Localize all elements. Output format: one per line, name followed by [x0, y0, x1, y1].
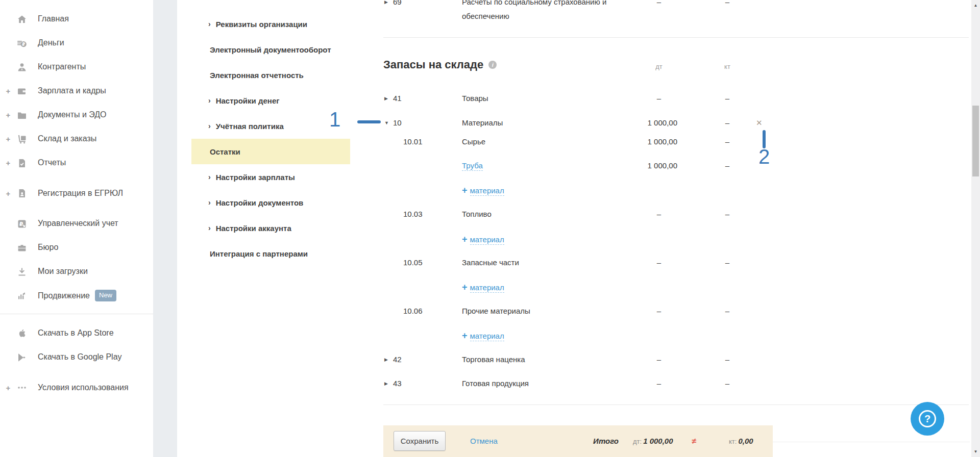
- svg-text:₽: ₽: [22, 41, 25, 46]
- sidebar-item-app-store[interactable]: Скачать в App Store: [0, 321, 153, 345]
- menu-item-accounting-policy[interactable]: ›Учётная политика: [191, 113, 350, 139]
- info-icon[interactable]: i: [488, 61, 497, 69]
- footer-bar: Сохранить Отмена Итого дт:1 000,00 ≠ кт:…: [383, 425, 773, 457]
- menu-item-balances[interactable]: Остатки: [191, 139, 350, 164]
- downloads-icon: [15, 266, 29, 277]
- google-play-icon: [15, 352, 29, 363]
- save-button[interactable]: Сохранить: [394, 431, 446, 451]
- sidebar-item-terms[interactable]: + Условия использования: [0, 369, 153, 406]
- sidebar-item-registration[interactable]: + Регистрация в ЕГРЮЛ: [0, 175, 153, 212]
- chevron-right-icon: ›: [208, 173, 211, 181]
- menu-item-document-settings[interactable]: ›Настройки документов: [191, 190, 350, 215]
- account-name: обеспечению: [462, 10, 509, 23]
- scroll-down-icon[interactable]: ▼: [971, 449, 980, 454]
- sidebar-item-bureau[interactable]: Бюро: [0, 236, 153, 260]
- sidebar-item-money[interactable]: ₽ Деньги: [0, 31, 153, 55]
- annotation-step-1: 1: [329, 108, 340, 131]
- kt-value: –: [710, 159, 745, 172]
- money-icon: ₽: [15, 38, 29, 49]
- sidebar-item-label: Контрагенты: [38, 62, 135, 72]
- sidebar-item-management[interactable]: ₽ Управленческий учет: [0, 212, 153, 236]
- dt-value: 1 000,00: [641, 135, 677, 148]
- documents-icon: [15, 110, 29, 121]
- scrollbar-thumb[interactable]: [972, 106, 979, 176]
- dt-value: 1 000,00: [641, 159, 677, 172]
- menu-item-salary-settings[interactable]: ›Настройки зарплаты: [191, 164, 350, 190]
- expand-icon[interactable]: ▶: [384, 0, 388, 9]
- table-row-10-05: 10.05 Запасные части – –: [383, 256, 773, 269]
- account-code: 69: [393, 0, 402, 9]
- table-row-43: ▶ 43 Готовая продукция – –: [383, 377, 773, 390]
- table-row-10-03: 10.03 Топливо – –: [383, 208, 773, 221]
- vertical-scrollbar[interactable]: ▲ ▼: [971, 0, 980, 457]
- apple-icon: [15, 328, 29, 339]
- menu-item-money-settings[interactable]: ›Настройки денег: [191, 88, 350, 113]
- expand-icon[interactable]: ▶: [384, 353, 388, 366]
- add-material-link[interactable]: +материал: [462, 233, 504, 246]
- dt-value: –: [641, 304, 677, 318]
- account-name: Готовая продукция: [462, 377, 529, 390]
- table-row-69-line2: обеспечению: [383, 10, 773, 23]
- add-material-link[interactable]: +материал: [462, 184, 504, 197]
- section-divider: [383, 37, 969, 38]
- chevron-right-icon: ›: [208, 96, 211, 105]
- main-sidebar: Главная ₽ Деньги Контрагенты + Зарплата …: [0, 0, 153, 457]
- add-material-link[interactable]: +материал: [462, 281, 504, 294]
- sidebar-item-warehouse[interactable]: + Склад и заказы: [0, 127, 153, 151]
- material-link[interactable]: Труба: [462, 161, 483, 171]
- add-material-link[interactable]: +материал: [462, 329, 504, 343]
- content-panel: ›Реквизиты организации Электронный докум…: [177, 0, 971, 457]
- sidebar-item-google-play[interactable]: Скачать в Google Play: [0, 345, 153, 369]
- table-row-material-truba: Труба 1 000,00 –: [383, 159, 773, 172]
- menu-item-partner-integration[interactable]: Интеграция с партнерами: [191, 241, 350, 266]
- sidebar-item-label: Деньги: [38, 38, 135, 48]
- chevron-right-icon: ›: [208, 198, 211, 207]
- account-name: Материалы: [462, 116, 503, 130]
- sidebar-item-promotion[interactable]: ПродвижениеNew: [0, 284, 153, 308]
- dt-value: –: [641, 0, 677, 9]
- sidebar-item-main[interactable]: Главная: [0, 7, 153, 31]
- new-badge: New: [95, 290, 116, 302]
- sidebar-item-label: Скачать в App Store: [38, 328, 135, 339]
- subaccount-name: Сырье: [462, 135, 485, 148]
- kt-value: –: [710, 116, 745, 130]
- sidebar-item-salary[interactable]: + Зарплата и кадры: [0, 79, 153, 103]
- management-icon: ₽: [15, 218, 29, 230]
- registration-icon: [15, 188, 29, 199]
- annotation-arrow-1: [357, 120, 381, 123]
- dt-value: 1 000,00: [641, 116, 677, 130]
- account-name: Расчеты по социальному страхованию и: [462, 0, 606, 9]
- expand-icon[interactable]: ▶: [384, 377, 388, 390]
- delete-icon[interactable]: ✕: [756, 116, 763, 130]
- expand-icon[interactable]: ▶: [384, 92, 388, 105]
- total-dt: дт:1 000,00: [633, 425, 673, 457]
- table-row-10-01: 10.01 Сырье 1 000,00 –: [383, 135, 773, 148]
- add-material-row: +материал: [383, 233, 773, 246]
- sidebar-item-label: Документы и ЭДО: [38, 110, 135, 120]
- sidebar-gap: [153, 0, 177, 457]
- table-bottom-divider: [383, 404, 969, 405]
- warehouse-icon: [15, 134, 29, 145]
- kt-value: –: [710, 0, 745, 9]
- collapse-icon[interactable]: ▼: [384, 116, 389, 130]
- sidebar-item-contractors[interactable]: Контрагенты: [0, 55, 153, 79]
- menu-item-ereporting[interactable]: Электронная отчетность: [191, 62, 350, 88]
- help-button[interactable]: ?: [911, 402, 944, 436]
- section-title: Запасы на складеi: [383, 58, 497, 71]
- plus-icon: +: [462, 234, 468, 244]
- chevron-right-icon: ›: [208, 20, 211, 28]
- salary-icon: [15, 86, 29, 97]
- subaccount-name: Топливо: [462, 208, 492, 221]
- dt-value: –: [641, 208, 677, 221]
- sidebar-item-downloads[interactable]: Мои загрузки: [0, 260, 153, 284]
- menu-item-edo[interactable]: Электронный документооборот: [191, 37, 350, 62]
- sidebar-item-documents[interactable]: + Документы и ЭДО: [0, 103, 153, 127]
- sidebar-item-label: Регистрация в ЕГРЮЛ: [38, 188, 135, 199]
- cancel-link[interactable]: Отмена: [470, 425, 498, 457]
- menu-item-requisites[interactable]: ›Реквизиты организации: [191, 11, 350, 37]
- plus-icon: +: [462, 282, 468, 292]
- dt-value: –: [641, 256, 677, 269]
- sidebar-item-reports[interactable]: + Отчеты: [0, 151, 153, 175]
- scroll-up-icon[interactable]: ▲: [971, 3, 980, 8]
- menu-item-account-settings[interactable]: ›Настройки аккаунта: [191, 215, 350, 241]
